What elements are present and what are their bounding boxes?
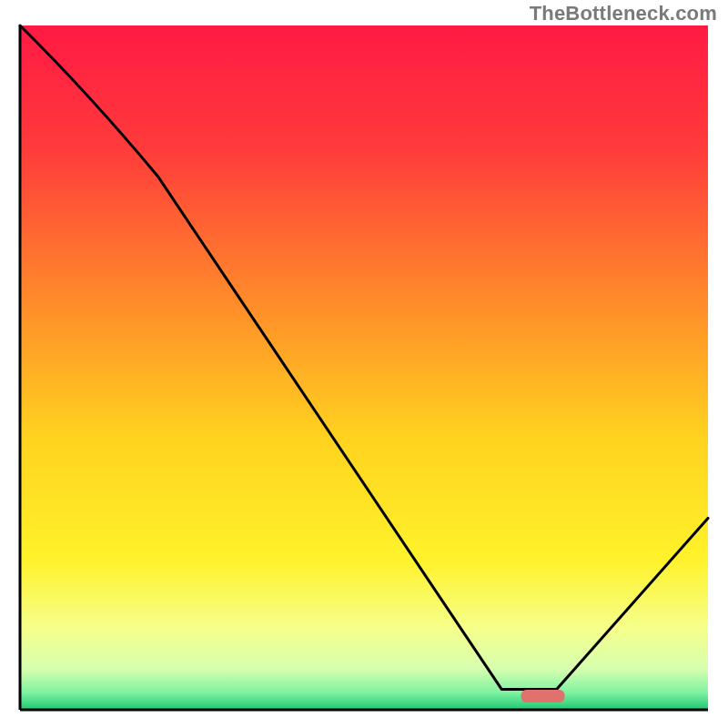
watermark-text: TheBottleneck.com — [530, 2, 717, 25]
chart-container: TheBottleneck.com — [0, 0, 728, 728]
bottleneck-chart — [0, 0, 728, 728]
optimal-marker — [521, 690, 565, 703]
plot-background — [20, 25, 708, 710]
